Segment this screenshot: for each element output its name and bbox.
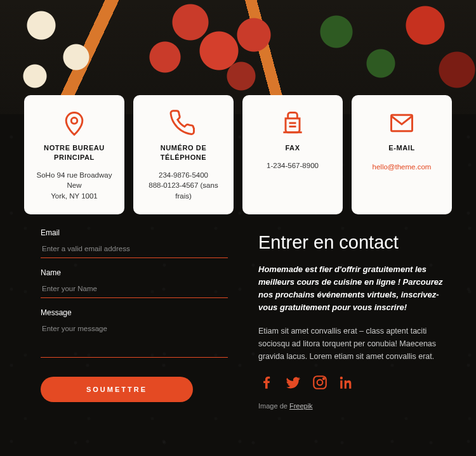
instagram-icon[interactable] — [312, 374, 328, 391]
card-title: NUMÉRO DE TÉLÉPHONE — [140, 143, 227, 162]
contact-cards-row: NOTRE BUREAU PRINCIPAL SoHo 94 rue Broad… — [24, 95, 452, 214]
card-text: 1-234-567-8900 — [249, 160, 336, 171]
section-heading: Entrer en contact — [258, 232, 446, 253]
linkedin-icon[interactable] — [338, 374, 355, 391]
phone-icon — [169, 109, 197, 137]
svg-point-4 — [323, 378, 324, 379]
email-input[interactable] — [41, 241, 228, 258]
name-input[interactable] — [41, 281, 228, 298]
email-label: Email — [41, 228, 228, 237]
card-title: E-MAIL — [358, 143, 446, 153]
card-text: 234-9876-5400888-0123-4567 (sans frais) — [140, 170, 227, 202]
message-label: Message — [41, 308, 228, 317]
card-email: E-MAIL hello@theme.com — [352, 95, 452, 214]
contact-form: Email Name Message SOUMETTRE — [41, 228, 228, 410]
map-pin-icon — [60, 109, 88, 137]
name-label: Name — [41, 268, 228, 277]
mail-icon — [388, 109, 416, 137]
fax-icon — [279, 109, 307, 137]
card-office: NOTRE BUREAU PRINCIPAL SoHo 94 rue Broad… — [24, 95, 124, 214]
card-title: FAX — [249, 143, 336, 153]
submit-button[interactable]: SOUMETTRE — [41, 377, 193, 402]
svg-point-3 — [317, 379, 323, 385]
card-fax: FAX 1-234-567-8900 — [242, 95, 343, 214]
contact-text-column: Entrer en contact Homemade est fier d'of… — [258, 228, 446, 410]
email-link[interactable]: hello@theme.com — [373, 163, 432, 171]
card-text: SoHo 94 rue Broadway NewYork, NY 1001 — [30, 170, 118, 202]
svg-point-0 — [71, 118, 77, 124]
card-phone: NUMÉRO DE TÉLÉPHONE 234-9876-5400888-012… — [133, 95, 234, 214]
body-text: Etiam sit amet convallis erat – class ap… — [258, 325, 446, 363]
message-textarea[interactable] — [41, 321, 228, 358]
card-title: NOTRE BUREAU PRINCIPAL — [30, 143, 118, 162]
intro-text: Homemade est fier d'offrir gratuitement … — [258, 263, 446, 315]
credit-link[interactable]: Freepik — [289, 402, 313, 410]
image-credit: Image de Freepik — [258, 402, 446, 410]
facebook-icon[interactable] — [258, 374, 275, 391]
lower-section: Email Name Message SOUMETTRE Entrer en c… — [41, 228, 446, 410]
social-icons-row — [258, 374, 446, 391]
twitter-icon[interactable] — [285, 374, 301, 391]
